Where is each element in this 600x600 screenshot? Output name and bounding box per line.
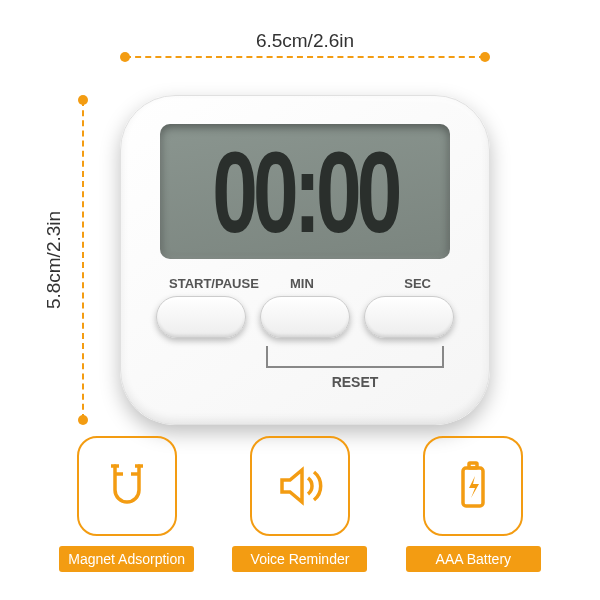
battery-icon: [423, 436, 523, 536]
svg-rect-5: [469, 463, 477, 468]
speaker-icon: [250, 436, 350, 536]
feature-magnet: Magnet Adsorption: [55, 436, 198, 572]
width-dimension: 6.5cm/2.6in: [125, 30, 485, 60]
start-pause-button[interactable]: [156, 296, 246, 338]
feature-label: Voice Reminder: [232, 546, 367, 572]
time-readout: 00:00: [212, 134, 397, 249]
feature-row: Magnet Adsorption Voice Reminder AAA Bat…: [55, 436, 545, 572]
sec-button[interactable]: [364, 296, 454, 338]
button-labels: START/PAUSE MIN SEC: [161, 276, 449, 291]
reset-bracket: [266, 346, 444, 368]
start-pause-label: START/PAUSE: [161, 276, 259, 291]
min-button[interactable]: [260, 296, 350, 338]
feature-label: AAA Battery: [406, 546, 541, 572]
feature-battery: AAA Battery: [402, 436, 545, 572]
width-dim-line: [125, 56, 485, 58]
min-label: MIN: [259, 276, 345, 291]
lcd-screen: 00:00: [160, 124, 450, 259]
width-label: 6.5cm/2.6in: [125, 30, 485, 52]
height-dim-line: [82, 100, 84, 420]
button-row: [156, 296, 454, 338]
height-label: 5.8cm/2.3in: [43, 211, 65, 309]
height-dimension: 5.8cm/2.3in: [40, 100, 90, 420]
feature-voice: Voice Reminder: [228, 436, 371, 572]
magnet-icon: [77, 436, 177, 536]
sec-label: SEC: [345, 276, 449, 291]
reset-label: RESET: [121, 374, 489, 390]
kitchen-timer: 00:00 START/PAUSE MIN SEC RESET: [120, 95, 490, 425]
feature-label: Magnet Adsorption: [59, 546, 194, 572]
